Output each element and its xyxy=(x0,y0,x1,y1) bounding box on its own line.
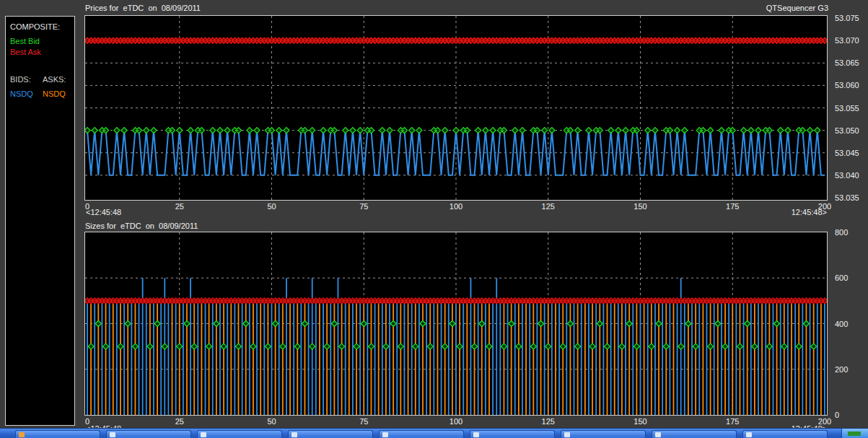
taskbar-button-icon xyxy=(564,432,570,437)
taskbar-tray[interactable] xyxy=(841,429,868,438)
x-axis-label: 50 xyxy=(258,202,286,211)
price-time-end: 12:45:48> xyxy=(766,208,827,216)
x-axis-label: 125 xyxy=(534,417,563,426)
x-axis-label: 100 xyxy=(442,417,470,426)
y-axis-label: 800 xyxy=(835,228,848,237)
x-axis-label: 125 xyxy=(534,202,563,211)
best-bid-label: Best Bid xyxy=(10,37,40,45)
best-ask-label: Best Ask xyxy=(10,48,41,56)
asks-label: ASKS: xyxy=(43,75,66,84)
taskbar-button[interactable] xyxy=(652,430,737,438)
x-axis-label: 25 xyxy=(165,417,194,426)
taskbar-button-icon xyxy=(19,432,25,437)
tray-icon xyxy=(848,432,861,436)
taskbar-button-icon xyxy=(110,432,115,437)
app-title: QTSequencer G3 xyxy=(766,4,828,12)
y-axis-label: 53.045 xyxy=(835,149,859,157)
qtsequencer-window: COMPOSITE: Best Bid Best Ask BIDS: ASKS:… xyxy=(0,0,868,438)
taskbar-button[interactable] xyxy=(742,430,828,438)
taskbar-button[interactable] xyxy=(197,430,282,438)
y-axis-label: 53.055 xyxy=(835,104,859,113)
y-axis-label: 53.070 xyxy=(835,36,859,45)
taskbar-button-icon xyxy=(201,432,206,437)
y-axis-label: 0 xyxy=(835,411,839,419)
price-chart-canvas xyxy=(85,16,827,200)
y-axis-label: 53.065 xyxy=(835,58,859,67)
x-axis-label: 175 xyxy=(718,417,747,426)
taskbar-button-icon xyxy=(746,432,752,437)
x-axis-label: 25 xyxy=(165,202,194,211)
x-axis-label: 75 xyxy=(349,417,378,426)
size-chart-canvas xyxy=(85,232,827,415)
ask-size-markers xyxy=(85,298,827,304)
y-axis-label: 53.035 xyxy=(835,193,859,202)
y-axis-label: 53.040 xyxy=(835,171,859,180)
size-chart-plot[interactable] xyxy=(84,232,828,416)
nsdq-bid-size-bars xyxy=(87,301,825,415)
taskbar-button[interactable] xyxy=(561,430,646,438)
price-time-start: <12:45:48 xyxy=(86,208,121,216)
taskbar-button[interactable] xyxy=(379,430,464,438)
asks-venue-nsdq[interactable]: NSDQ xyxy=(43,89,66,98)
x-axis-label: 100 xyxy=(442,202,470,211)
x-axis-label: 175 xyxy=(718,202,747,211)
taskbar-button-icon xyxy=(382,432,388,437)
y-axis-label: 53.060 xyxy=(835,81,859,89)
best-ask-markers xyxy=(85,38,827,43)
y-axis-label: 53.075 xyxy=(835,14,859,22)
bids-venue-nsdq[interactable]: NSDQ xyxy=(10,89,33,98)
x-axis-label: 75 xyxy=(349,202,378,211)
y-axis-label: 400 xyxy=(835,320,848,328)
y-axis-label: 600 xyxy=(835,273,848,282)
x-axis-label: 150 xyxy=(626,417,655,426)
taskbar[interactable] xyxy=(0,428,868,438)
taskbar-button-icon xyxy=(291,432,297,437)
price-chart-title: Prices for eTDC on 08/09/2011 xyxy=(85,4,201,12)
price-chart-plot[interactable] xyxy=(84,15,828,201)
composite-label: COMPOSITE: xyxy=(10,22,60,31)
bids-label: BIDS: xyxy=(10,75,31,84)
taskbar-button-icon xyxy=(655,432,661,437)
x-axis-label: 150 xyxy=(626,202,655,211)
best-bid-markers xyxy=(85,128,820,133)
y-axis-label: 200 xyxy=(835,365,848,374)
taskbar-button[interactable] xyxy=(470,430,555,438)
x-axis-label: 50 xyxy=(258,417,286,426)
quote-source-panel: COMPOSITE: Best Bid Best Ask BIDS: ASKS:… xyxy=(5,16,75,426)
size-chart-title: Sizes for eTDC on 08/09/2011 xyxy=(85,222,198,230)
y-axis-label: 53.050 xyxy=(835,126,859,135)
taskbar-button[interactable] xyxy=(288,430,373,438)
taskbar-button[interactable] xyxy=(15,430,100,438)
taskbar-button-icon xyxy=(473,432,479,437)
taskbar-button[interactable] xyxy=(106,430,191,438)
